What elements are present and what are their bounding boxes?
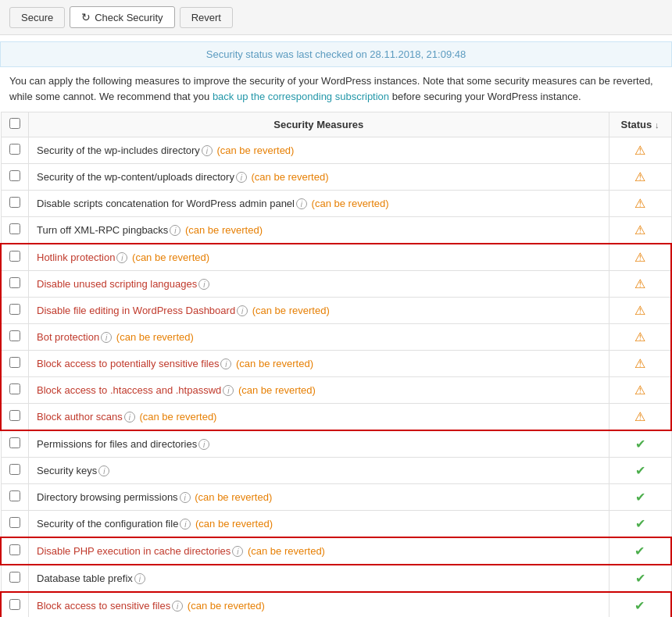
status-cell: ⚠ bbox=[609, 217, 671, 244]
measure-name: Security of the wp-content/uploads direc… bbox=[37, 171, 234, 183]
can-revert-label: (can be reverted) bbox=[184, 600, 265, 612]
info-icon[interactable]: i bbox=[202, 145, 213, 156]
info-icon[interactable]: i bbox=[116, 252, 127, 263]
info-icon[interactable]: i bbox=[180, 519, 191, 530]
measure-cell: Database table prefixi bbox=[29, 565, 609, 592]
status-cell: ✔ bbox=[609, 537, 671, 565]
can-revert-label: (can be reverted) bbox=[248, 171, 329, 183]
check-security-button[interactable]: ↻ Check Security bbox=[70, 6, 174, 28]
row-checkbox[interactable] bbox=[9, 572, 20, 583]
row-checkbox[interactable] bbox=[9, 277, 20, 288]
table-row: Disable scripts concatenation for WordPr… bbox=[1, 191, 671, 217]
status-cell: ✔ bbox=[609, 511, 671, 538]
can-revert-label: (can be reverted) bbox=[113, 331, 194, 343]
table-row: Security keysi✔ bbox=[1, 458, 671, 484]
measure-name: Disable PHP execution in cache directori… bbox=[37, 545, 231, 557]
can-revert-label: (can be reverted) bbox=[192, 491, 273, 503]
select-all-checkbox[interactable] bbox=[9, 118, 20, 129]
info-icon[interactable]: i bbox=[223, 385, 234, 396]
can-revert-label: (can be reverted) bbox=[245, 545, 325, 557]
status-header: Status ↓ bbox=[609, 112, 671, 137]
table-row: Block access to potentially sensitive fi… bbox=[1, 351, 671, 377]
table-row: Block author scansi (can be reverted)⚠ bbox=[1, 404, 671, 431]
measure-name: Hotlink protection bbox=[37, 251, 115, 263]
row-checkbox[interactable] bbox=[9, 437, 20, 448]
status-cell: ✔ bbox=[609, 565, 671, 592]
status-bar: Security status was last checked on 28.1… bbox=[0, 41, 672, 67]
status-cell: ✔ bbox=[609, 484, 671, 511]
info-icon[interactable]: i bbox=[124, 412, 135, 423]
status-cell: ⚠ bbox=[609, 404, 671, 431]
row-checkbox[interactable] bbox=[9, 599, 20, 610]
check-icon: ✔ bbox=[635, 437, 645, 451]
row-checkbox[interactable] bbox=[9, 490, 20, 501]
warning-icon: ⚠ bbox=[634, 277, 645, 291]
row-checkbox[interactable] bbox=[9, 383, 20, 394]
revert-button[interactable]: Revert bbox=[180, 7, 233, 28]
row-checkbox[interactable] bbox=[9, 170, 20, 181]
row-checkbox[interactable] bbox=[9, 544, 20, 555]
info-icon[interactable]: i bbox=[232, 546, 243, 557]
status-cell: ⚠ bbox=[609, 377, 671, 404]
row-checkbox[interactable] bbox=[9, 197, 20, 208]
measure-name: Turn off XML-RPC pingbacks bbox=[37, 224, 168, 236]
warning-icon: ⚠ bbox=[634, 197, 645, 210]
toolbar: Secure ↻ Check Security Revert bbox=[0, 0, 672, 35]
measure-cell: Disable unused scripting languagesi bbox=[29, 271, 609, 298]
row-checkbox[interactable] bbox=[9, 304, 20, 315]
measure-name: Directory browsing permissions bbox=[37, 491, 178, 503]
info-icon[interactable]: i bbox=[198, 439, 209, 450]
row-checkbox[interactable] bbox=[9, 223, 20, 234]
row-checkbox[interactable] bbox=[9, 410, 20, 421]
secure-button[interactable]: Secure bbox=[9, 7, 65, 28]
row-checkbox[interactable] bbox=[9, 517, 20, 528]
status-cell: ✔ bbox=[609, 458, 671, 484]
info-icon[interactable]: i bbox=[296, 198, 307, 209]
measure-name: Disable scripts concatenation for WordPr… bbox=[37, 198, 295, 209]
measure-cell: Disable file editing in WordPress Dashbo… bbox=[29, 298, 609, 324]
info-icon[interactable]: i bbox=[172, 601, 183, 612]
measure-cell: Bot protectioni (can be reverted) bbox=[29, 324, 609, 351]
backup-link[interactable]: back up the corresponding subscription bbox=[213, 91, 389, 102]
status-cell: ⚠ bbox=[609, 271, 671, 298]
info-icon[interactable]: i bbox=[198, 279, 209, 290]
info-icon[interactable]: i bbox=[170, 225, 181, 236]
info-icon[interactable]: i bbox=[98, 465, 109, 476]
can-revert-label: (can be reverted) bbox=[235, 384, 316, 396]
warning-icon: ⚠ bbox=[634, 170, 645, 184]
measure-header: Security Measures bbox=[29, 112, 609, 137]
table-row: Disable PHP execution in cache directori… bbox=[1, 537, 671, 565]
measure-cell: Directory browsing permissionsi (can be … bbox=[29, 484, 609, 511]
warning-icon: ⚠ bbox=[634, 357, 645, 370]
info-icon[interactable]: i bbox=[180, 492, 191, 503]
table-row: Security of the wp-includes directoryi (… bbox=[1, 137, 671, 164]
info-icon[interactable]: i bbox=[237, 305, 248, 316]
info-icon[interactable]: i bbox=[134, 573, 145, 584]
check-icon: ✔ bbox=[635, 490, 645, 504]
row-checkbox[interactable] bbox=[9, 357, 20, 368]
can-revert-label: (can be reverted) bbox=[137, 411, 217, 423]
info-icon[interactable]: i bbox=[236, 172, 247, 183]
row-checkbox[interactable] bbox=[9, 330, 20, 341]
row-checkbox[interactable] bbox=[9, 251, 20, 262]
table-row: Disable unused scripting languagesi⚠ bbox=[1, 271, 671, 298]
row-checkbox[interactable] bbox=[9, 464, 20, 475]
status-cell: ⚠ bbox=[609, 191, 671, 217]
table-row: Database table prefixi✔ bbox=[1, 565, 671, 592]
measure-cell: Disable PHP execution in cache directori… bbox=[29, 537, 609, 565]
measure-name: Disable file editing in WordPress Dashbo… bbox=[37, 305, 235, 316]
security-table: Security Measures Status ↓ Security of t… bbox=[0, 112, 672, 617]
measure-cell: Security of the wp-includes directoryi (… bbox=[29, 137, 609, 164]
measure-name: Disable unused scripting languages bbox=[37, 278, 197, 290]
measure-name: Security of the configuration file bbox=[37, 518, 178, 530]
status-cell: ⚠ bbox=[609, 244, 671, 271]
row-checkbox[interactable] bbox=[9, 144, 20, 155]
warning-icon: ⚠ bbox=[634, 330, 645, 344]
measure-cell: Security of the wp-content/uploads direc… bbox=[29, 164, 609, 191]
warning-icon: ⚠ bbox=[634, 223, 645, 237]
measure-name: Database table prefix bbox=[37, 572, 133, 584]
info-icon[interactable]: i bbox=[220, 358, 231, 369]
info-icon[interactable]: i bbox=[101, 332, 112, 343]
measure-name: Security of the wp-includes directory bbox=[37, 144, 200, 156]
sort-arrow: ↓ bbox=[655, 120, 659, 130]
